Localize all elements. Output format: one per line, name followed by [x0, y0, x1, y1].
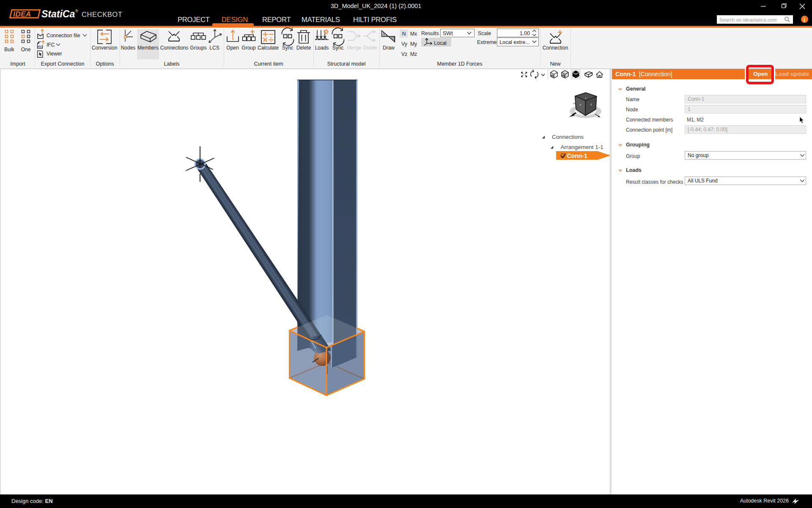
- svg-text:SWt: SWt: [443, 30, 453, 36]
- svg-text:Vy: Vy: [401, 41, 408, 47]
- svg-text:Results: Results: [421, 30, 439, 36]
- svg-text:Options: Options: [96, 61, 114, 67]
- svg-text:Loads: Loads: [315, 45, 329, 51]
- svg-text:StatiCa: StatiCa: [41, 9, 75, 19]
- svg-text:Groups: Groups: [190, 45, 206, 51]
- svg-text:Mz: Mz: [410, 51, 417, 57]
- svg-text:Export Connection: Export Connection: [41, 61, 85, 67]
- svg-text:IFC: IFC: [38, 45, 42, 48]
- svg-text:Scale: Scale: [478, 30, 491, 36]
- svg-text:N: N: [402, 31, 406, 37]
- svg-text:Conn-1: Conn-1: [567, 152, 587, 159]
- svg-text:Open: Open: [226, 45, 239, 51]
- svg-text:Conversion: Conversion: [92, 45, 118, 51]
- svg-text:Local extre...: Local extre...: [499, 39, 530, 45]
- svg-text:Merge: Merge: [347, 45, 361, 51]
- svg-text:Current item: Current item: [254, 61, 283, 67]
- svg-text:Nodes: Nodes: [121, 45, 136, 51]
- svg-text:One: One: [21, 47, 31, 52]
- svg-text:IFC: IFC: [47, 42, 55, 48]
- svg-text:Member 1D Forces: Member 1D Forces: [437, 61, 483, 67]
- svg-text:IDEA: IDEA: [13, 10, 31, 18]
- svg-text:Import: Import: [10, 61, 25, 67]
- svg-text:Members: Members: [137, 45, 159, 51]
- svg-text:Connection: Connection: [543, 45, 568, 51]
- svg-text:Viewer: Viewer: [47, 51, 62, 57]
- svg-text:Connections: Connections: [160, 45, 189, 51]
- svg-text:Extreme: Extreme: [477, 39, 497, 45]
- svg-text:Local: Local: [434, 40, 447, 46]
- svg-text:Arrangement 1-1: Arrangement 1-1: [561, 144, 604, 150]
- svg-text:Group: Group: [241, 45, 256, 51]
- svg-text:®: ®: [75, 9, 78, 13]
- svg-text:Divide: Divide: [363, 45, 377, 51]
- svg-text:Mx: Mx: [410, 31, 417, 37]
- svg-text:My: My: [410, 41, 417, 47]
- svg-text:Vz: Vz: [401, 51, 408, 57]
- svg-text:Delete: Delete: [296, 45, 311, 51]
- svg-text:Calculate: Calculate: [258, 45, 279, 51]
- svg-text:1.00: 1.00: [520, 30, 530, 36]
- svg-text:Connection file: Connection file: [47, 33, 80, 39]
- svg-text:LCS: LCS: [209, 45, 219, 51]
- svg-text:CHECKBOT: CHECKBOT: [82, 11, 122, 18]
- svg-text:Draw: Draw: [383, 45, 395, 51]
- svg-text:Connections: Connections: [552, 134, 584, 140]
- svg-text:Structural model: Structural model: [327, 61, 365, 67]
- svg-text:Labels: Labels: [164, 61, 180, 67]
- svg-text:New: New: [550, 61, 561, 67]
- svg-text:Bulk: Bulk: [4, 47, 14, 52]
